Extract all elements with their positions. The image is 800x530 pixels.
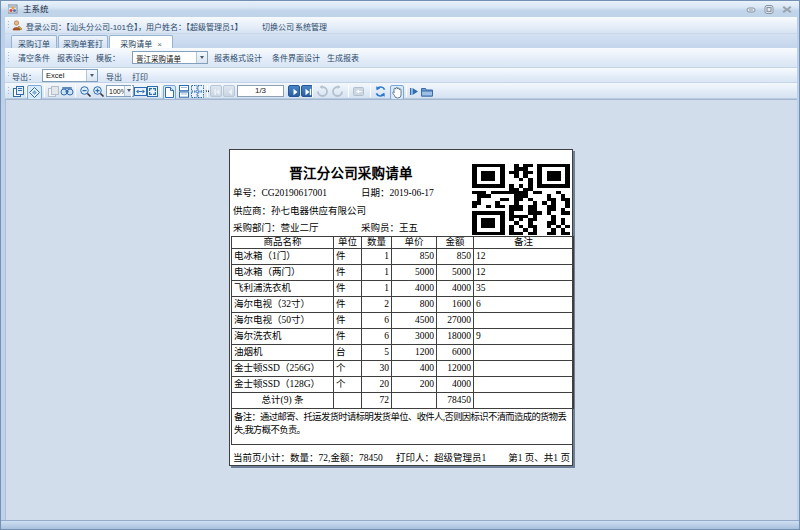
toolbar-grip[interactable] <box>8 21 9 29</box>
table-cell: 72 <box>362 392 392 408</box>
footer-page-info: 第1 页、共1 页 <box>508 450 570 464</box>
next-page-button[interactable] <box>288 85 300 97</box>
tab-purchase-order[interactable]: 采购订单 <box>11 35 57 48</box>
preview-area[interactable]: 晋江分公司采购请单 单号：CG20190617001 日期：2019-06-17… <box>5 99 797 520</box>
template-label: 模板： <box>96 52 120 63</box>
folder-icon[interactable] <box>420 85 434 98</box>
toolbar-separator <box>406 85 407 97</box>
table-cell: 6 <box>362 312 392 328</box>
window-bottom-frame <box>1 520 799 529</box>
remark-text: 备注：通过邮寄、托运发货时请标明发货单位、收件人,否则因标识不清而造成的货物丢失… <box>231 408 573 445</box>
history-icon[interactable] <box>352 85 365 98</box>
footer-printer: 打印人：超级管理员1 <box>396 450 486 464</box>
table-cell: 35 <box>474 280 574 296</box>
table-cell: 海尔电视（32寸） <box>232 296 334 312</box>
dropdown-arrow-icon[interactable] <box>196 52 207 63</box>
forward-icon[interactable] <box>331 85 344 98</box>
print-button[interactable]: 打印 <box>132 71 148 82</box>
minimize-button[interactable] <box>745 5 757 14</box>
table-row: 海尔洗衣机件63000180009 <box>232 328 574 344</box>
table-cell: 27000 <box>437 312 474 328</box>
zoom-out-icon[interactable] <box>79 85 92 98</box>
table-cell: 个 <box>334 360 362 376</box>
table-cell: 件 <box>334 264 362 280</box>
field-supplier: 供应商：孙七电器供应有限公司 <box>233 203 366 217</box>
table-row: 金士顿SSD（128G）个202004000 <box>232 376 574 392</box>
table-cell: 78450 <box>437 392 474 408</box>
table-cell <box>392 392 437 408</box>
condition-design-button[interactable]: 条件界面设计 <box>272 52 320 63</box>
table-cell: 6 <box>362 328 392 344</box>
table-cell <box>474 344 574 360</box>
menu-item-switch-company[interactable]: 切换公司 <box>262 21 294 32</box>
column-header: 备注 <box>474 236 574 248</box>
table-cell: 9 <box>474 328 574 344</box>
table-cell: 件 <box>334 280 362 296</box>
back-icon[interactable] <box>316 85 329 98</box>
table-cell: 6000 <box>437 344 474 360</box>
toolbar-grip[interactable] <box>8 52 9 63</box>
table-cell: 12 <box>474 264 574 280</box>
export-format-label: 导出： <box>12 71 36 82</box>
first-page-button[interactable] <box>210 85 222 97</box>
export-toolbar: 导出： Excel 导出 打印 <box>5 68 797 83</box>
toolbar-grip[interactable] <box>8 72 9 78</box>
field-department: 采购部门：营业二厅 <box>233 220 319 234</box>
format-design-button[interactable]: 报表格式设计 <box>214 52 262 63</box>
tab-purchase-print[interactable]: 采购单套打 <box>58 35 108 48</box>
template-combobox[interactable]: 晋江采购请单 <box>132 51 208 64</box>
export-button[interactable]: 导出 <box>106 71 122 82</box>
table-cell: 1600 <box>437 296 474 312</box>
clear-conditions-button[interactable]: 清空条件 <box>18 52 50 63</box>
toolbar-grip[interactable] <box>8 87 9 94</box>
export-pages-icon[interactable] <box>12 85 25 98</box>
export-format-combobox[interactable]: Excel <box>42 69 98 82</box>
toolbar-separator <box>75 85 76 97</box>
table-cell: 20 <box>362 376 392 392</box>
report-page: 晋江分公司采购请单 单号：CG20190617001 日期：2019-06-17… <box>229 149 573 466</box>
table-cell: 台 <box>334 344 362 360</box>
table-cell: 金士顿SSD（128G） <box>232 376 334 392</box>
template-combobox-value: 晋江采购请单 <box>136 53 181 64</box>
items-table: 商品名称单位数量单价金额备注 电冰箱（1门）件185085012电冰箱（两门）件… <box>231 236 574 409</box>
table-cell: 3000 <box>392 328 437 344</box>
refresh-icon[interactable] <box>374 85 387 98</box>
field-label: 采购员： <box>361 223 399 233</box>
print-area-icon[interactable] <box>27 85 42 100</box>
maximize-button[interactable] <box>763 5 775 14</box>
field-value: CG20190617001 <box>262 188 327 198</box>
table-cell: 12000 <box>437 360 474 376</box>
zoom-in-icon[interactable] <box>92 85 105 98</box>
table-cell: 金士顿SSD（256G） <box>232 360 334 376</box>
continue-icon[interactable] <box>409 85 419 98</box>
zoom-combobox[interactable]: 100% <box>106 85 134 97</box>
report-design-button[interactable]: 报表设计 <box>57 52 89 63</box>
close-button[interactable] <box>781 5 793 14</box>
table-header: 商品名称单位数量单价金额备注 <box>232 236 574 248</box>
copy-icon[interactable] <box>47 85 60 98</box>
tab-purchase-request[interactable]: 采购请单× <box>109 35 173 48</box>
single-page-view-icon[interactable] <box>163 85 176 100</box>
hand-tool-icon[interactable] <box>390 85 404 100</box>
continuous-view-icon[interactable] <box>178 85 190 98</box>
find-icon[interactable] <box>60 85 74 98</box>
column-header: 商品名称 <box>232 236 334 248</box>
table-cell <box>334 392 362 408</box>
toolbar-separator <box>160 85 161 97</box>
toolbar-separator <box>370 85 371 97</box>
main-window: 主系统 登录公司：【汕头分公司-101仓】，用户姓名：【超级管理员1】 切换公司… <box>0 0 800 530</box>
table-cell: 800 <box>392 296 437 312</box>
table-cell: 850 <box>392 248 437 264</box>
toolbar-separator <box>348 85 349 97</box>
export-format-value: Excel <box>46 71 64 80</box>
menu-item-system-manage[interactable]: 系统管理 <box>295 21 327 32</box>
prev-page-button[interactable] <box>223 85 235 97</box>
dropdown-arrow-icon[interactable] <box>86 70 97 81</box>
table-cell: 5000 <box>392 264 437 280</box>
field-doc-no: 单号：CG20190617001 <box>233 185 327 199</box>
table-cell: 4000 <box>437 280 474 296</box>
generate-report-button[interactable]: 生成报表 <box>327 52 359 63</box>
table-cell: 4000 <box>437 376 474 392</box>
page-indicator-box[interactable]: 1/3 <box>237 85 284 97</box>
fit-page-icon[interactable] <box>146 85 159 98</box>
